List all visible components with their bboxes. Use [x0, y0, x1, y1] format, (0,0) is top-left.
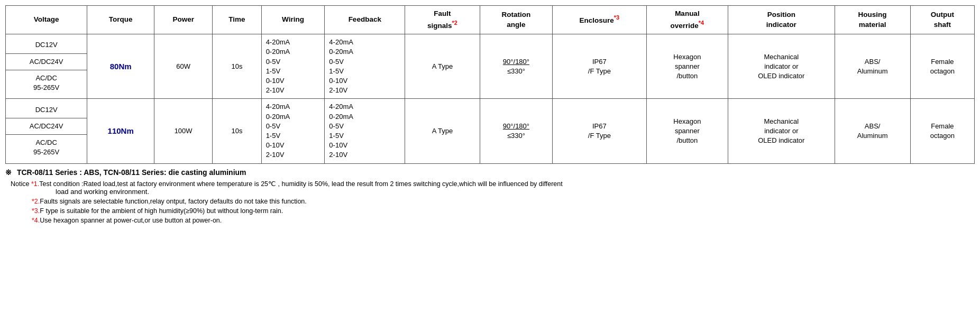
cell-voltage-row2: DC12V AC/DC24V AC/DC95-265V [6, 99, 87, 163]
cell-rotation-row1: 90°/180°≤330° [480, 34, 552, 99]
header-time: Time [213, 6, 261, 34]
header-position-indicator: Positionindicator [728, 6, 835, 34]
cell-power-row2: 100W [154, 99, 213, 163]
specs-table: Voltage Torque Power Time Wiring Feedbac… [5, 5, 975, 164]
cell-feedback-row1: 4-20mA0-20mA0-5V1-5V0-10V2-10V [325, 34, 405, 99]
notice-line-2: *2.Faults signals are selectable functio… [5, 198, 975, 205]
notice-line-1-cont: load and working environment. [5, 188, 975, 196]
header-wiring: Wiring [261, 6, 325, 34]
header-fault-signals: Faultsignals*2 [405, 6, 480, 34]
cell-position-row2: Mechanicalindicator orOLED indicator [728, 99, 835, 163]
header-rotation-angle: Rotationangle [480, 6, 552, 34]
cell-voltage-row1: DC12V AC/DC24V AC/DC95-265V [6, 34, 87, 99]
cell-housing-row1: ABS/Aluminum [835, 34, 910, 99]
cell-wiring-row2: 4-20mA0-20mA0-5V1-5V0-10V2-10V [261, 99, 325, 163]
cell-feedback-row2: 4-20mA0-20mA0-5V1-5V0-10V2-10V [325, 99, 405, 163]
cell-time-row1: 10s [213, 34, 261, 99]
header-output-shaft: Outputshaft [910, 6, 974, 34]
footnote-main: ※ TCR-08/11 Series : ABS, TCN-08/11 Seri… [5, 168, 975, 177]
cell-fault-row1: A Type [405, 34, 480, 99]
cell-position-row1: Mechanicalindicator orOLED indicator [728, 34, 835, 99]
table-row: DC12V AC/DC24V AC/DC95-265V 110Nm 100W 1… [6, 99, 975, 163]
cell-enclosure-row1: IP67/F Type [553, 34, 646, 99]
footnote-section: ※ TCR-08/11 Series : ABS, TCN-08/11 Seri… [5, 168, 975, 224]
cell-housing-row2: ABS/Aluminum [835, 99, 910, 163]
cell-shaft-row2: Femaleoctagon [910, 99, 974, 163]
notice-star-2: *2. [32, 198, 40, 205]
table-row: DC12V AC/DC24V AC/DC95-265V 80Nm 60W 10s… [6, 34, 975, 99]
notice-label: Notice [11, 180, 31, 188]
header-enclosure: Enclosure*3 [553, 6, 646, 34]
notice-star-4: *4. [32, 217, 40, 224]
cell-torque-row1: 80Nm [87, 34, 154, 99]
cell-power-row1: 60W [154, 34, 213, 99]
cell-torque-row2: 110Nm [87, 99, 154, 163]
notice-line-3: *3.F type is suitable for the ambient of… [5, 207, 975, 215]
cell-manual-row1: Hexagonspanner/button [646, 34, 728, 99]
header-manual-override: Manualoverride*4 [646, 6, 728, 34]
cell-wiring-row1: 4-20mA0-20mA0-5V1-5V0-10V2-10V [261, 34, 325, 99]
notice-star-3: *3. [32, 207, 40, 215]
cell-manual-row2: Hexagonspanner/button [646, 99, 728, 163]
cell-shaft-row1: Femaleoctagon [910, 34, 974, 99]
notice-line-1: Notice *1.Test condition :Rated load,tes… [5, 180, 975, 188]
cell-enclosure-row2: IP67/F Type [553, 99, 646, 163]
header-power: Power [154, 6, 213, 34]
cell-time-row2: 10s [213, 99, 261, 163]
cell-rotation-row2: 90°/180°≤330° [480, 99, 552, 163]
header-voltage: Voltage [6, 6, 87, 34]
header-torque: Torque [87, 6, 154, 34]
notice-star-1: *1. [31, 180, 39, 188]
header-housing-material: Housingmaterial [835, 6, 910, 34]
main-container: Voltage Torque Power Time Wiring Feedbac… [5, 5, 975, 224]
header-row: Voltage Torque Power Time Wiring Feedbac… [6, 6, 975, 34]
notice-line-4: *4.Use hexagon spanner at power-cut,or u… [5, 217, 975, 224]
header-feedback: Feedback [325, 6, 405, 34]
cell-fault-row2: A Type [405, 99, 480, 163]
